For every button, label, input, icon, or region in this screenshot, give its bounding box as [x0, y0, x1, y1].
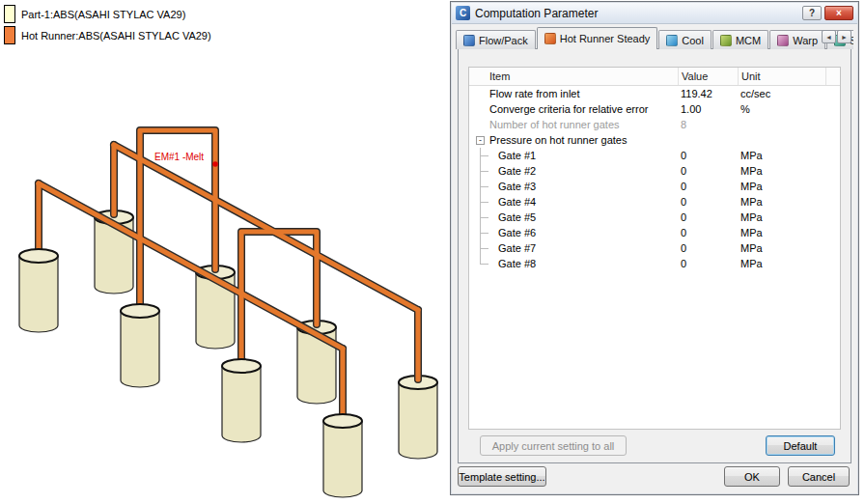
- tree-line: [480, 163, 496, 179]
- row-value[interactable]: 0: [681, 227, 686, 238]
- row-unit: MPa: [740, 150, 763, 161]
- row-item-label: Gate #3: [498, 181, 536, 192]
- row-value[interactable]: 0: [681, 196, 686, 208]
- column-header-value: Value: [678, 68, 738, 85]
- row-unit: MPa: [740, 165, 763, 177]
- table-row[interactable]: Gate #60MPa: [469, 225, 840, 240]
- column-header-unit: Unit: [738, 68, 826, 85]
- tab-cool[interactable]: Cool: [658, 30, 712, 49]
- row-item-label: Pressure on hot runner gates: [489, 134, 627, 146]
- legend-hot-runner-label: Hot Runner:ABS(ASAHI STYLAC VA29): [21, 30, 211, 42]
- hot-runner-steady-tab-page: Item Value Unit Flow rate from inlet119.…: [458, 48, 851, 463]
- tree-line: [480, 240, 496, 256]
- row-unit: cc/sec: [740, 88, 770, 99]
- table-body: Flow rate from inlet119.42cc/secConverge…: [469, 86, 840, 271]
- table-row[interactable]: Gate #50MPa: [469, 210, 840, 225]
- row-item-label: Gate #4: [498, 196, 536, 208]
- row-value[interactable]: 0: [681, 150, 686, 161]
- row-item-label: Gate #5: [498, 211, 536, 223]
- tab-warp[interactable]: Warp: [769, 30, 825, 49]
- row-item-label: Gate #7: [498, 242, 536, 254]
- hot-runner-model[interactable]: EM#1 -Melt: [0, 0, 450, 504]
- tab-flow-pack[interactable]: Flow/Pack: [456, 30, 536, 49]
- parameter-table: Item Value Unit Flow rate from inlet119.…: [468, 67, 841, 430]
- tree-line: [480, 225, 496, 240]
- row-unit: %: [740, 103, 750, 115]
- row-unit: MPa: [740, 242, 763, 254]
- apply-current-setting-to-all-button: Apply current setting to all: [480, 435, 627, 456]
- row-value[interactable]: 0: [681, 181, 686, 192]
- part-color-swatch: [4, 5, 15, 23]
- tree-line: [480, 179, 496, 194]
- row-unit: MPa: [740, 258, 763, 269]
- cancel-button[interactable]: Cancel: [788, 466, 850, 487]
- tab-label: Cool: [682, 35, 704, 46]
- melt-entrance-marker: [212, 161, 218, 167]
- melt-label: EM#1 -Melt: [154, 152, 204, 162]
- part-cylinder: [19, 249, 58, 332]
- row-value[interactable]: 0: [681, 165, 686, 177]
- tree-line: [480, 210, 496, 225]
- tab-label: Flow/Pack: [479, 35, 528, 46]
- dialog-titlebar[interactable]: C Computation Parameter ? ×: [452, 3, 857, 24]
- ok-button[interactable]: OK: [724, 466, 780, 487]
- part-cylinder: [323, 414, 362, 497]
- table-row[interactable]: Number of hot runner gates8: [469, 117, 840, 132]
- row-item-label: Gate #6: [498, 227, 536, 238]
- cool-icon: [666, 35, 678, 46]
- warp-icon: [777, 35, 789, 46]
- tab-strip: Flow/PackHot Runner SteadyCoolMCMWarpS: [456, 24, 853, 49]
- legend-item-part: Part-1:ABS(ASAHI STYLAC VA29): [4, 5, 211, 23]
- hot-runner-icon: [544, 33, 556, 44]
- part-cylinder: [121, 304, 159, 387]
- computation-parameter-dialog: C Computation Parameter ? × Flow/PackHot…: [450, 1, 859, 495]
- viewport-3d[interactable]: Part-1:ABS(ASAHI STYLAC VA29) Hot Runner…: [0, 0, 450, 504]
- row-value[interactable]: 0: [681, 242, 686, 254]
- flow-pack-icon: [463, 35, 475, 46]
- tab-label: Hot Runner Steady: [560, 33, 651, 44]
- hot-runner-color-swatch: [4, 26, 15, 44]
- part-cylinder: [222, 359, 261, 442]
- tree-line: [480, 256, 496, 271]
- part-cylinder: [399, 376, 437, 459]
- table-row[interactable]: Gate #40MPa: [469, 194, 840, 210]
- table-row[interactable]: Converge criteria for relative error1.00…: [469, 101, 840, 117]
- table-row[interactable]: Gate #80MPa: [469, 256, 840, 271]
- row-unit: MPa: [740, 227, 763, 238]
- table-row[interactable]: Gate #20MPa: [469, 163, 840, 179]
- tab-hot-runner-steady[interactable]: Hot Runner Steady: [537, 27, 658, 49]
- dialog-title: Computation Parameter: [473, 7, 799, 20]
- mcm-icon: [720, 35, 732, 46]
- row-value[interactable]: 8: [681, 119, 686, 130]
- tab-label: MCM: [736, 35, 761, 46]
- row-value[interactable]: 119.42: [681, 88, 712, 99]
- collapse-icon[interactable]: -: [476, 136, 485, 145]
- row-unit: MPa: [740, 181, 763, 192]
- table-row[interactable]: Gate #10MPa: [469, 148, 840, 163]
- table-header: Item Value Unit: [469, 68, 840, 86]
- tab-scroll-left-button[interactable]: ◄: [822, 30, 836, 43]
- tree-line: [480, 194, 496, 210]
- row-item-label: Number of hot runner gates: [489, 119, 620, 130]
- row-item-label: Gate #8: [498, 258, 536, 269]
- help-button[interactable]: ?: [802, 6, 822, 20]
- template-setting-button[interactable]: Template setting...: [458, 466, 546, 487]
- default-button[interactable]: Default: [766, 435, 835, 456]
- legend-part-label: Part-1:ABS(ASAHI STYLAC VA29): [21, 9, 185, 20]
- table-row[interactable]: -Pressure on hot runner gates: [469, 132, 840, 148]
- table-row[interactable]: Gate #30MPa: [469, 179, 840, 194]
- tab-mcm[interactable]: MCM: [712, 30, 768, 49]
- row-value[interactable]: 1.00: [681, 103, 701, 115]
- tab-scroll-right-button[interactable]: ►: [837, 30, 851, 43]
- column-header-item: Item: [469, 68, 678, 85]
- row-value[interactable]: 0: [681, 211, 686, 223]
- table-row[interactable]: Flow rate from inlet119.42cc/sec: [469, 86, 840, 101]
- application-window: Part-1:ABS(ASAHI STYLAC VA29) Hot Runner…: [0, 0, 865, 504]
- tab-scroll-buttons: ◄ ►: [822, 30, 851, 43]
- close-button[interactable]: ×: [824, 6, 853, 20]
- material-legend: Part-1:ABS(ASAHI STYLAC VA29) Hot Runner…: [4, 5, 211, 47]
- row-value[interactable]: 0: [681, 258, 686, 269]
- app-icon: C: [456, 6, 470, 20]
- tree-line: [480, 148, 496, 163]
- table-row[interactable]: Gate #70MPa: [469, 240, 840, 256]
